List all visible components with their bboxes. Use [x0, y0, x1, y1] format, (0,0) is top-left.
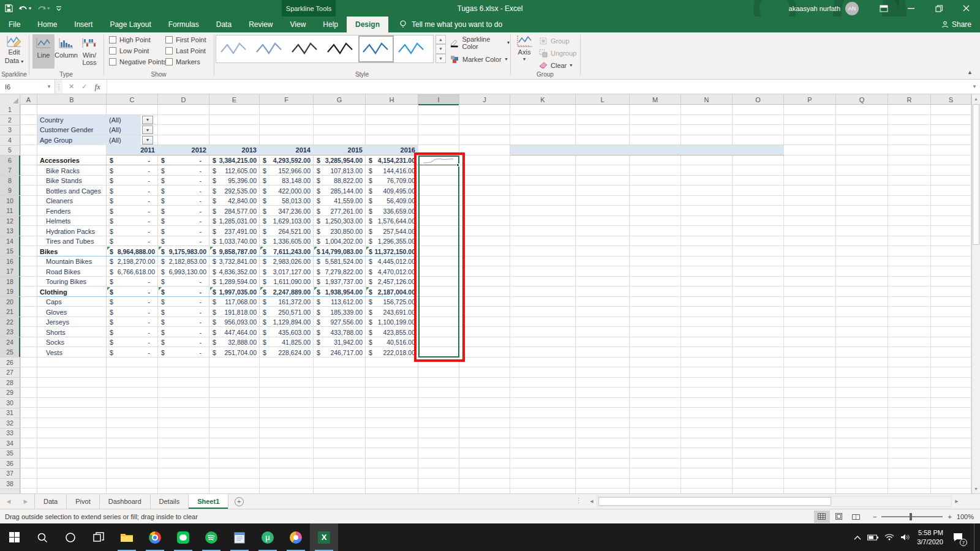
style-scroll-down-button[interactable]: ▼ — [435, 44, 446, 53]
row-header-14[interactable]: 14 — [0, 236, 20, 247]
filter-dropdown-icon[interactable]: ▼ — [142, 136, 153, 144]
avatar[interactable]: AN — [845, 2, 859, 15]
checkbox-box-icon[interactable] — [165, 58, 173, 66]
checkbox-box-icon[interactable] — [109, 36, 116, 43]
row-header-29[interactable]: 29 — [0, 388, 20, 398]
row-header-9[interactable]: 9 — [0, 186, 20, 196]
scroll-right-icon[interactable]: ▶ — [952, 496, 962, 507]
checkbox-box-icon[interactable] — [165, 47, 173, 54]
row-header-11[interactable]: 11 — [0, 206, 20, 216]
style-more-button[interactable]: ▼ — [435, 54, 446, 63]
column-header-P[interactable]: P — [784, 94, 836, 105]
row-header-20[interactable]: 20 — [0, 297, 20, 307]
clear-button[interactable]: Clear ▾ — [539, 59, 576, 72]
cancel-formula-icon[interactable]: ✕ — [69, 83, 74, 91]
expand-formula-bar-icon[interactable]: ▼ — [969, 80, 980, 94]
insert-function-icon[interactable]: fx — [94, 82, 100, 92]
row-header-26[interactable]: 26 — [0, 358, 20, 368]
row-header-37[interactable]: 37 — [0, 468, 20, 479]
sparkline-style-swatch-6[interactable] — [394, 36, 429, 62]
row-header-35[interactable]: 35 — [0, 448, 20, 459]
row-header-21[interactable]: 21 — [0, 307, 20, 317]
zoom-level[interactable]: 100% — [957, 513, 974, 520]
column-header-D[interactable]: D — [158, 94, 209, 105]
column-header-M[interactable]: M — [630, 94, 681, 105]
row-header-10[interactable]: 10 — [0, 196, 20, 206]
utorrent-taskbar-icon[interactable]: µ — [254, 523, 282, 551]
select-all-corner[interactable] — [0, 94, 20, 105]
ribbon-tab-data[interactable]: Data — [208, 17, 240, 32]
scroll-up-icon[interactable]: ▲ — [972, 94, 980, 103]
excel-taskbar-icon[interactable]: X — [310, 523, 338, 551]
row-header-34[interactable]: 34 — [0, 438, 20, 449]
name-box[interactable]: I6 ▼ — [0, 80, 55, 94]
column-header-S[interactable]: S — [931, 94, 971, 105]
ribbon-tab-insert[interactable]: Insert — [66, 17, 101, 32]
column-header-F[interactable]: F — [260, 94, 314, 105]
spotify-taskbar-icon[interactable] — [197, 523, 225, 551]
sparkline-style-swatch-3[interactable] — [287, 36, 323, 62]
marker-color-button[interactable]: Marker Color▾ — [450, 55, 510, 64]
chrome-taskbar-icon[interactable] — [141, 523, 169, 551]
vertical-scrollbar[interactable]: ▲ ▼ — [971, 94, 980, 493]
ribbon-tab-review[interactable]: Review — [240, 17, 281, 32]
paint-taskbar-icon[interactable] — [282, 523, 310, 551]
wifi-icon[interactable] — [884, 534, 894, 541]
name-box-caret-icon[interactable]: ▼ — [47, 84, 51, 89]
sheet-tab-sheet1[interactable]: Sheet1 — [189, 494, 228, 509]
sparkline-style-swatch-5[interactable] — [358, 36, 394, 62]
filter-dropdown-icon[interactable]: ▼ — [142, 116, 153, 124]
row-header-28[interactable]: 28 — [0, 378, 20, 388]
axis-button[interactable]: Axis ▾ — [512, 32, 537, 69]
start-button[interactable] — [0, 523, 28, 551]
share-button[interactable]: Share — [941, 17, 971, 32]
column-header-J[interactable]: J — [459, 94, 510, 105]
sparkline-style-swatch-1[interactable] — [216, 36, 252, 62]
column-header-N[interactable]: N — [681, 94, 733, 105]
sparkline-style-swatch-2[interactable] — [252, 36, 287, 62]
row-header-16[interactable]: 16 — [0, 257, 20, 267]
ribbon-tab-home[interactable]: Home — [29, 17, 66, 32]
tray-chevron-icon[interactable] — [854, 535, 861, 540]
ungroup-button[interactable]: Ungroup — [539, 47, 576, 59]
row-header-3[interactable]: 3 — [0, 125, 20, 135]
save-icon[interactable] — [5, 4, 13, 12]
row-header-7[interactable]: 7 — [0, 165, 20, 176]
show-desktop-button[interactable] — [974, 523, 978, 551]
page-layout-view-button[interactable] — [831, 511, 847, 523]
sheet-tab-details[interactable]: Details — [151, 494, 189, 509]
row-header-19[interactable]: 19 — [0, 287, 20, 297]
sheet-tab-data[interactable]: Data — [34, 494, 67, 509]
sparkline-style-swatch-4[interactable] — [323, 36, 358, 62]
clock[interactable]: 5:58 PM 3/7/2020 — [917, 528, 943, 547]
edit-data-button[interactable]: Edit Data ▾ — [0, 32, 28, 69]
zoom-out-icon[interactable]: − — [873, 513, 876, 520]
undo-caret-icon[interactable]: ▾ — [29, 6, 31, 11]
sheet-tab-dashboard[interactable]: Dashboard — [100, 494, 151, 509]
row-header-18[interactable]: 18 — [0, 277, 20, 287]
scroll-down-icon[interactable]: ▼ — [972, 484, 980, 493]
row-header-25[interactable]: 25 — [0, 347, 20, 358]
scroll-left-icon[interactable]: ◀ — [587, 496, 597, 507]
column-header-K[interactable]: K — [510, 94, 576, 105]
sheet-nav-left-icon[interactable]: ◀ — [0, 494, 17, 509]
ribbon-tab-file[interactable]: File — [0, 17, 29, 32]
sheet-tab-pivot[interactable]: Pivot — [67, 494, 99, 509]
row-header-1[interactable]: 1 — [0, 105, 20, 115]
search-button[interactable] — [28, 523, 56, 551]
close-button[interactable] — [952, 0, 980, 17]
minimize-button[interactable] — [897, 0, 925, 17]
column-header-L[interactable]: L — [576, 94, 630, 105]
ribbon-tab-design[interactable]: Design — [347, 17, 388, 32]
tab-bar-splitter[interactable]: ⋮ — [575, 497, 582, 504]
row-header-6[interactable]: 6 — [0, 156, 20, 166]
battery-icon[interactable] — [867, 534, 878, 541]
sheet-nav-right-icon[interactable]: ▶ — [17, 494, 34, 509]
undo-button[interactable]: ▾ — [19, 5, 31, 12]
column-header-R[interactable]: R — [888, 94, 931, 105]
checkbox-box-icon[interactable] — [165, 36, 173, 43]
checkbox-box-icon[interactable] — [109, 58, 116, 66]
checkbox-box-icon[interactable] — [109, 47, 116, 54]
sparkline-color-button[interactable]: Sparkline Color▾ — [450, 36, 510, 50]
redo-button[interactable]: ▾ — [37, 5, 50, 12]
